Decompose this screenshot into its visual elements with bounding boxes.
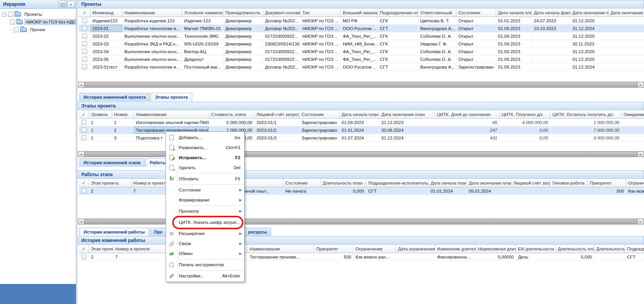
projects-hscrollbar[interactable]: ◄ ► (78, 82, 644, 88)
tree-expander-icon[interactable]: − (2, 12, 7, 17)
column-header[interactable]: ✓ (79, 179, 89, 187)
table-row[interactable]: 27Тестирование произведенной опыт...Не н… (79, 187, 644, 195)
column-header[interactable]: Длительность фак (594, 245, 625, 253)
row-checkbox[interactable] (81, 128, 86, 133)
collapse-panel-button[interactable]: « (67, 1, 75, 8)
menu-item-delete[interactable]: − Удалить Del (166, 163, 244, 173)
column-header[interactable]: Лицевой счёт затрат. (255, 110, 300, 119)
column-header[interactable]: Внешний заказчик (341, 8, 378, 17)
column-header[interactable]: Дата начала план (340, 110, 379, 119)
table-row[interactable]: 2023-01Разработка технологии и...Магнит … (79, 25, 644, 32)
column-header[interactable]: Длительность пла (556, 245, 594, 253)
column-header[interactable]: Нормативная длит (476, 245, 516, 253)
column-header[interactable]: ЕИ длительности (516, 245, 556, 253)
column-header[interactable]: ✓ (79, 245, 89, 253)
menu-item-generation[interactable]: Формирование ▶ (166, 195, 244, 205)
column-header[interactable]: Подразделение-и (625, 245, 644, 253)
column-header[interactable]: Номер в проекте (113, 245, 169, 253)
table-row[interactable]: 27Тестирование произве...500Как можно ра… (79, 253, 644, 261)
search-button[interactable] (59, 1, 66, 8)
scroll-right-arrow[interactable]: ► (637, 151, 644, 157)
tree-checkbox[interactable] (14, 27, 19, 32)
column-header[interactable]: Наименование (134, 110, 209, 119)
column-header[interactable]: Приоритет (588, 179, 626, 187)
column-header[interactable]: Подразделение-исполнитель.. (366, 179, 429, 187)
tree-item-label[interactable]: Прочее (29, 27, 47, 32)
row-checkbox[interactable] (82, 41, 87, 46)
row-checkbox[interactable] (82, 34, 87, 39)
tree-item-label[interactable]: Проекты (23, 12, 44, 17)
scroll-right-arrow[interactable]: ► (637, 219, 644, 224)
row-checkbox[interactable] (82, 57, 87, 62)
column-header[interactable]: Состояние (300, 110, 340, 119)
row-checkbox[interactable] (82, 18, 87, 23)
row-checkbox[interactable] (82, 26, 87, 31)
table-row[interactable]: Изделие123Разработка изделия 123Изделие-… (79, 17, 644, 25)
row-checkbox[interactable] (81, 135, 86, 140)
column-header[interactable]: Этап проекта (89, 179, 131, 187)
table-row[interactable]: 12Тестирование произведенной опыт7 000 0… (79, 126, 644, 134)
column-header[interactable]: Дата начала план. (429, 179, 467, 187)
column-header[interactable]: Дата начала план. (496, 8, 532, 17)
tree-checkbox[interactable] (10, 20, 15, 25)
menu-item-exchange[interactable]: ⇄ Обмен ▶ (166, 249, 244, 259)
table-row[interactable]: 2023-03Разработка ЭКД и РКД н...905-U020… (79, 40, 644, 48)
tree-item-niokr[interactable]: НИОКР по ГОЗ без НДС (0, 18, 76, 26)
tab-project-stages[interactable]: Этапы проекта (151, 93, 192, 101)
column-header[interactable]: Номер (112, 110, 134, 119)
column-header[interactable]: Мнемокод (91, 8, 122, 17)
column-header[interactable]: Длительность план▼ (321, 179, 366, 187)
works-hscrollbar[interactable]: ◄ ► (78, 218, 644, 225)
column-header[interactable]: Приоритет (314, 245, 354, 253)
tree-item-other[interactable]: Прочее (0, 26, 76, 34)
column-header[interactable]: Типовая работа (550, 179, 588, 187)
column-header[interactable]: Тип (300, 8, 341, 17)
table-row[interactable]: 13Подготовка т3 000 000,002023-01/3Зарег… (79, 134, 644, 142)
table-row[interactable]: 11Изготовление опытной партии ПМ0...5 00… (79, 119, 644, 126)
menu-item-settings[interactable]: Настройки... Alt+Enter (166, 271, 244, 281)
scroll-right-arrow[interactable]: ► (637, 82, 644, 87)
table-row[interactable]: 2023-02Выполнение опытно-конс...Технолог… (79, 32, 644, 40)
column-header[interactable]: Ограничение (626, 179, 644, 187)
menu-item-refresh[interactable]: ↻ Обновить F5 (166, 174, 244, 184)
scroll-left-arrow[interactable]: ◄ (78, 82, 84, 87)
scroll-left-arrow[interactable]: ◄ (78, 219, 84, 224)
column-header[interactable]: Изменение длител. (435, 245, 476, 253)
column-header[interactable]: Наименование (248, 245, 314, 253)
column-header[interactable]: Дата ограничения (396, 245, 435, 253)
menu-item-citk-cost-code[interactable]: ЦИТК. Указать шифр затрат... (166, 217, 244, 227)
column-header[interactable]: Ответственный (418, 8, 456, 17)
column-header[interactable]: ЦИТК. Дней до окончания (435, 110, 500, 119)
column-header[interactable]: Дата окончания п (570, 8, 609, 17)
column-header[interactable]: Состояние (283, 179, 321, 187)
column-header[interactable]: Стоимость этапа (209, 110, 255, 119)
tab-work-resources[interactable]: ресурсы (243, 228, 271, 236)
menu-item-add[interactable]: Добавить... Ins (166, 133, 244, 143)
row-checkbox[interactable] (81, 188, 86, 193)
tree-item-label[interactable]: НИОКР по ГОЗ без НДС (25, 19, 76, 25)
tree-checkbox[interactable] (8, 12, 13, 17)
column-header[interactable]: Этап проекта (89, 245, 113, 253)
column-header[interactable]: ✓ (79, 8, 91, 17)
menu-item-links[interactable]: Связи ▶ (166, 238, 244, 249)
column-header[interactable]: Дата окончания план (467, 179, 512, 187)
stages-hscrollbar[interactable]: ◄ ► (78, 151, 644, 157)
column-header[interactable]: Условное наименова (182, 8, 223, 17)
tab-stage-history[interactable]: История изменений этапа (79, 158, 145, 167)
table-row[interactable]: 2023-01тестРазработка технологии и...Пос… (79, 63, 644, 71)
column-header[interactable]: Дата начала факт. (532, 8, 570, 17)
column-header[interactable]: ✓ (79, 110, 89, 119)
scroll-thumb[interactable] (84, 82, 637, 87)
column-header[interactable]: ЦИТК. Получено д/с (500, 110, 550, 119)
row-checkbox[interactable] (81, 254, 86, 259)
column-header[interactable]: Состояние (456, 8, 496, 17)
menu-item-toolbar[interactable]: Панель инструментов (166, 260, 244, 270)
menu-item-edit[interactable]: Исправить... F2 (166, 153, 244, 163)
tab-work-history[interactable]: История изменений работы (79, 228, 149, 236)
column-header[interactable]: Лицевой счёт затр (512, 179, 550, 187)
menu-item-view[interactable]: Просмотр ▶ (166, 206, 244, 216)
column-header[interactable]: Ожидаемые (622, 110, 644, 119)
row-checkbox[interactable] (82, 64, 87, 69)
tree-item-projects[interactable]: − Проекты (0, 10, 76, 18)
tab-project-history[interactable]: История изменений проекта (79, 93, 150, 101)
